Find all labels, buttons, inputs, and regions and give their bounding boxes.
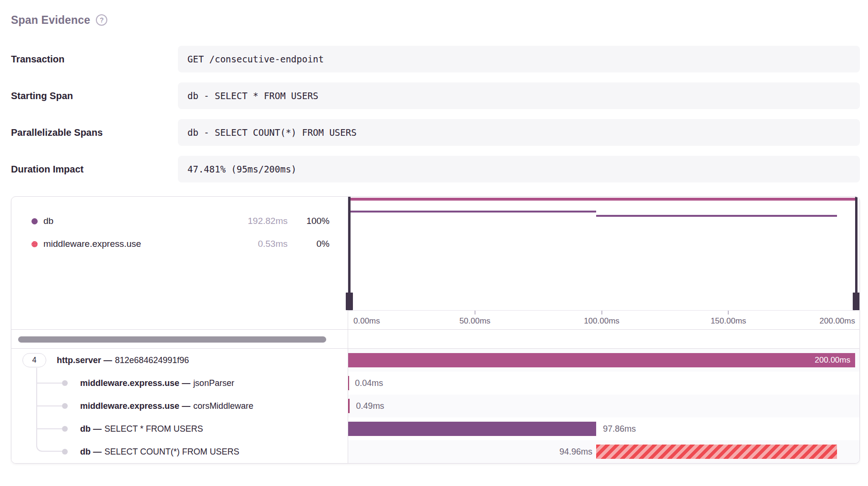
span-duration-bar [348,422,596,436]
span-op: db — [80,447,102,457]
span-minimap [348,197,855,311]
minimap-span [348,198,855,201]
span-duration-bar: 200.00ms [348,353,855,367]
span-description: jsonParser [193,378,234,388]
span-row-label-cell: 4http.server —812e684624991f96 [11,349,348,372]
section-header: Span Evidence ? [11,13,860,27]
axis-tick-label: 0.00ms [353,316,380,326]
evidence-fields: TransactionGET /consecutive-endpointStar… [11,46,860,182]
legend-percent: 0% [288,239,330,249]
span-bar-track: 0.49ms [348,395,855,417]
axis-tick-label: 100.00ms [584,316,620,326]
scrollbar-row [11,329,859,349]
legend-duration: 0.53ms [231,239,288,249]
page-title: Span Evidence [11,14,90,27]
span-row-bar-cell: 200.00ms [348,349,859,372]
span-name: db —SELECT COUNT(*) FROM USERS [80,440,239,463]
span-name: db —SELECT * FROM USERS [80,417,203,440]
minimap-cell: 0.00ms50.00ms100.00ms150.00ms200.00ms [348,197,859,329]
legend-row: db192.82ms100% [31,213,330,229]
profile-top: db192.82ms100%middleware.express.use0.53… [11,197,859,329]
handle-grip[interactable] [346,293,353,310]
span-duration-bar [348,399,350,413]
minimap-right-handle[interactable] [853,197,860,310]
axis-tick-label: 200.00ms [819,316,855,326]
field-label: Transaction [11,54,178,65]
span-row-bar-cell: 0.49ms [348,395,859,417]
legend-duration: 192.82ms [231,216,288,226]
field-row: TransactionGET /consecutive-endpoint [11,46,860,72]
legend-op: middleware.express.use [43,239,231,249]
span-duration-bar [348,376,349,390]
span-duration-label: 0.04ms [355,372,383,395]
span-bar-track: 97.86ms [348,417,855,440]
span-description: 812e684624991f96 [115,355,189,365]
span-name: middleware.express.use —corsMiddleware [80,395,253,417]
span-name: http.server —812e684624991f96 [57,349,189,372]
span-duration-label: 200.00ms [815,353,850,367]
minimap-span [596,215,837,217]
span-name: middleware.express.use —jsonParser [80,372,234,395]
span-duration-label: 97.86ms [603,417,636,440]
span-description: corsMiddleware [193,401,253,411]
field-row: Parallelizable Spansdb - SELECT COUNT(*)… [11,119,860,146]
span-row-label-cell: db —SELECT * FROM USERS [11,417,348,440]
span-legend: db192.82ms100%middleware.express.use0.53… [11,197,348,329]
handle-grip[interactable] [853,293,860,310]
span-row-bar-cell: 0.04ms [348,372,859,395]
span-row-label-cell: middleware.express.use —jsonParser [11,372,348,395]
span-description: SELECT COUNT(*) FROM USERS [104,447,239,457]
minimap-span [348,211,596,213]
span-description: SELECT * FROM USERS [104,424,203,434]
span-op: middleware.express.use — [80,378,190,388]
field-label: Parallelizable Spans [11,127,178,138]
span-bar-track: 0.04ms [348,372,855,395]
minimap-left-handle[interactable] [346,197,353,310]
axis-tick-label: 150.00ms [711,316,746,326]
span-row[interactable]: db —SELECT * FROM USERS97.86ms [11,417,859,440]
span-op: http.server — [57,355,112,365]
span-row[interactable]: middleware.express.use —corsMiddleware0.… [11,395,859,417]
time-axis: 0.00ms50.00ms100.00ms150.00ms200.00ms [348,311,855,329]
span-row-label-cell: db —SELECT COUNT(*) FROM USERS [11,440,348,463]
legend-swatch-icon [31,241,38,247]
field-value: db - SELECT * FROM USERS [178,82,860,109]
span-op: middleware.express.use — [80,401,190,411]
field-row: Duration Impact47.481% (95ms/200ms) [11,156,860,182]
axis-tick-mark [601,311,602,314]
span-row-bar-cell: 94.96ms [348,440,859,463]
field-value: db - SELECT COUNT(*) FROM USERS [178,119,860,146]
legend-swatch-icon [31,218,38,224]
axis-tick-mark [475,311,475,314]
span-row-bar-cell: 97.86ms [348,417,859,440]
span-bar-track: 200.00ms [348,349,855,372]
legend-op: db [43,216,231,226]
scrollbar-track [11,330,348,348]
span-row-label-cell: middleware.express.use —corsMiddleware [11,395,348,417]
span-duration-bar [596,445,837,459]
help-icon[interactable]: ? [96,14,107,26]
span-duration-label: 94.96ms [559,440,592,463]
field-label: Starting Span [11,91,178,101]
axis-tick-mark [728,311,729,314]
legend-row: middleware.express.use0.53ms0% [31,236,330,252]
span-bar-track: 94.96ms [348,440,855,463]
span-evidence-section: Span Evidence ? TransactionGET /consecut… [11,13,860,464]
span-tree: 4http.server —812e684624991f96200.00msmi… [11,349,859,463]
span-duration-label: 0.49ms [356,395,384,417]
span-count-badge[interactable]: 4 [22,353,46,367]
horizontal-scrollbar-thumb[interactable] [18,336,326,343]
span-profile-panel: db192.82ms100%middleware.express.use0.53… [11,196,860,464]
span-row[interactable]: 4http.server —812e684624991f96200.00ms [11,349,859,372]
legend-percent: 100% [288,216,330,226]
field-label: Duration Impact [11,164,178,175]
field-row: Starting Spandb - SELECT * FROM USERS [11,82,860,109]
field-value: GET /consecutive-endpoint [178,46,860,72]
field-value: 47.481% (95ms/200ms) [178,156,860,182]
span-op: db — [80,424,102,434]
axis-tick-label: 50.00ms [459,316,490,326]
scrollbar-row-spacer [348,330,859,348]
span-row[interactable]: db —SELECT COUNT(*) FROM USERS94.96ms [11,440,859,463]
span-row[interactable]: middleware.express.use —jsonParser0.04ms [11,372,859,395]
